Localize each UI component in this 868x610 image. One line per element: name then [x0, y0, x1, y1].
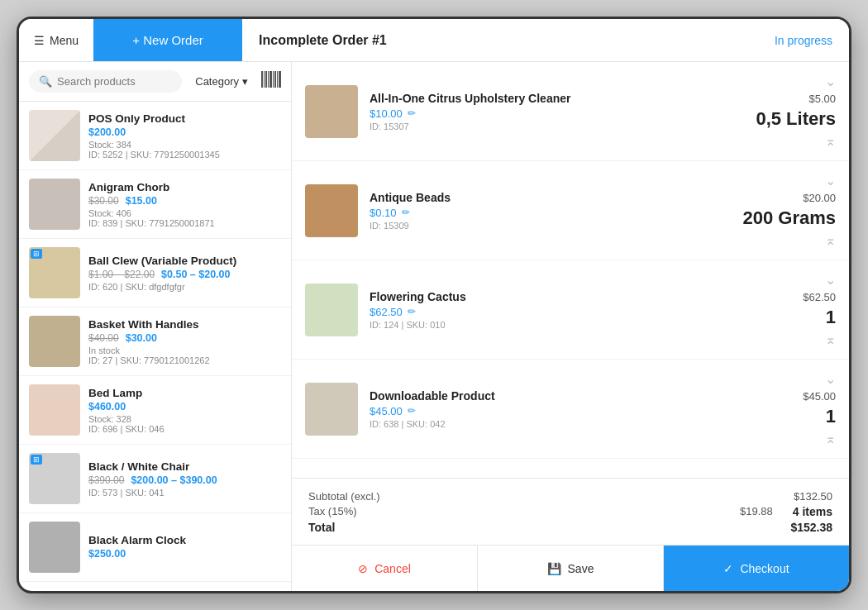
total-value: $152.38 [790, 521, 832, 534]
price-current: $250.00 [88, 548, 126, 560]
product-sku: ID: 696 | SKU: 046 [88, 424, 281, 434]
price-row: $390.00$200.00 – $390.00 [88, 474, 281, 486]
chevron-up-icon[interactable]: ⌄ [825, 371, 836, 387]
item-qty: 1 [826, 307, 836, 328]
order-item-right: ⌄ $5.00 0,5 Liters ⌅ [737, 74, 836, 149]
product-sku: ID: 839 | SKU: 7791250001871 [88, 218, 281, 228]
price-current: $200.00 – $390.00 [131, 474, 217, 486]
product-thumbnail [29, 384, 80, 436]
order-item: All-In-One Citrus Upholstery Cleaner $10… [292, 62, 849, 161]
order-item-right: ⌄ $62.50 1 ⌅ [737, 272, 836, 347]
order-item-info: Flowering Cactus $62.50 ✏ ID: 124 | SKU:… [358, 290, 737, 330]
svg-rect-8 [279, 71, 281, 88]
checkout-label: Checkout [740, 562, 789, 575]
list-item[interactable]: ⊞ Black / White Chair $390.00$200.00 – $… [19, 445, 291, 513]
chevron-up-icon[interactable]: ⌄ [825, 272, 836, 288]
product-thumbnail [29, 179, 80, 230]
cancel-icon: ⊘ [358, 562, 368, 575]
device-frame: ☰ Menu + New Order Incomplete Order #1 I… [17, 17, 851, 593]
edit-icon[interactable]: ✏ [402, 207, 410, 218]
order-item-name: All-In-One Citrus Upholstery Cleaner [370, 92, 737, 105]
items-count: 4 items [793, 505, 832, 518]
price-row: $200.00 [88, 126, 281, 138]
edit-icon[interactable]: ✏ [408, 405, 416, 417]
price-row: $460.00 [88, 401, 281, 412]
subtotal-label: Subtotal (excl.) [308, 490, 380, 503]
save-button[interactable]: 💾 Save [478, 546, 664, 591]
chevron-up-icon[interactable]: ⌄ [825, 74, 836, 89]
product-info: Ball Clew (Variable Product) $1.00 – $22… [80, 255, 281, 292]
chevron-up-icon[interactable]: ⌄ [825, 173, 836, 188]
edit-icon[interactable]: ✏ [408, 306, 416, 317]
product-name: POS Only Product [88, 112, 281, 125]
order-item-price: $0.10 [370, 207, 397, 219]
main-content: 🔍 Category ▾ [19, 62, 849, 591]
svg-rect-1 [264, 71, 265, 88]
chevron-down-icon[interactable]: ⌅ [825, 431, 836, 446]
price-current: $30.00 [126, 332, 157, 344]
new-order-button[interactable]: + New Order [93, 19, 242, 61]
chevron-down-icon[interactable]: ⌅ [825, 133, 836, 149]
subtotal-value: $132.50 [794, 490, 832, 503]
product-stock: Stock: 406 [88, 208, 281, 218]
product-list: POS Only Product $200.00 Stock: 384 ID: … [19, 102, 291, 591]
order-item-price-row: $45.00 ✏ [370, 405, 737, 417]
chevron-down-icon[interactable]: ⌅ [825, 331, 836, 347]
chevron-down-icon[interactable]: ⌅ [825, 232, 836, 248]
cancel-button[interactable]: ⊘ Cancel [292, 546, 478, 591]
variable-badge: ⊞ [31, 455, 42, 465]
total-label: Total [308, 521, 335, 534]
barcode-button[interactable] [261, 71, 281, 92]
product-sku: ID: 5252 | SKU: 7791250001345 [88, 150, 281, 160]
list-item[interactable]: Black Alarm Clock $250.00 [19, 513, 291, 582]
order-item-thumbnail [305, 383, 358, 436]
list-item[interactable]: POS Only Product $200.00 Stock: 384 ID: … [19, 102, 291, 170]
price-original: $1.00 – $22.00 [88, 269, 155, 280]
svg-rect-7 [277, 71, 278, 88]
category-dropdown[interactable]: Category ▾ [188, 72, 255, 91]
svg-rect-0 [261, 71, 263, 88]
total-row: Total $152.38 [308, 521, 832, 534]
order-item-price-row: $62.50 ✏ [370, 306, 737, 318]
product-sku: ID: 620 | SKU: dfgdfgfgr [88, 282, 281, 292]
list-item[interactable]: Basket With Handles $40.00$30.00 In stoc… [19, 307, 291, 376]
price-original: $390.00 [88, 474, 124, 486]
product-name: Black Alarm Clock [88, 534, 281, 546]
order-item-price: $45.00 [370, 405, 403, 417]
svg-rect-4 [269, 71, 272, 88]
tax-right: $19.88 4 items [740, 505, 832, 518]
order-item-id: ID: 15307 [370, 122, 737, 131]
search-input-wrap[interactable]: 🔍 [29, 70, 182, 93]
menu-button[interactable]: ☰ Menu [19, 19, 93, 61]
product-stock: Stock: 328 [88, 414, 281, 424]
list-item[interactable]: Anigram Chorb $30.00$15.00 Stock: 406 ID… [19, 170, 291, 239]
svg-rect-6 [274, 71, 276, 88]
order-item: Flowering Cactus $62.50 ✏ ID: 124 | SKU:… [292, 260, 849, 360]
product-info: Black Alarm Clock $250.00 [80, 534, 281, 561]
edit-icon[interactable]: ✏ [408, 107, 416, 119]
svg-rect-5 [273, 71, 274, 88]
product-name: Ball Clew (Variable Product) [88, 255, 281, 267]
subtotal-row: Subtotal (excl.) $132.50 [308, 490, 832, 503]
tax-value: $19.88 [740, 505, 773, 518]
svg-rect-3 [268, 71, 269, 88]
price-row: $1.00 – $22.00$0.50 – $20.00 [88, 269, 281, 280]
order-item-name: Downloadable Product [370, 389, 737, 403]
variable-badge: ⊞ [31, 249, 42, 259]
menu-icon: ☰ [34, 34, 45, 47]
product-thumbnail: ⊞ [29, 453, 80, 504]
product-name: Bed Lamp [88, 387, 281, 399]
product-thumbnail [29, 522, 80, 573]
product-info: Black / White Chair $390.00$200.00 – $39… [80, 460, 281, 498]
list-item[interactable]: Bed Lamp $460.00 Stock: 328 ID: 696 | SK… [19, 376, 291, 445]
status-badge: In progress [775, 34, 849, 47]
list-item[interactable]: ⊞ Ball Clew (Variable Product) $1.00 – $… [19, 239, 291, 307]
checkout-button[interactable]: ✓ Checkout [664, 546, 849, 591]
search-bar: 🔍 Category ▾ [19, 62, 291, 102]
search-input[interactable] [57, 75, 172, 88]
product-info: Anigram Chorb $30.00$15.00 Stock: 406 ID… [80, 181, 281, 228]
price-row: $40.00$30.00 [88, 332, 281, 344]
footer-actions: ⊘ Cancel 💾 Save ✓ Checkout [292, 545, 849, 591]
menu-label: Menu [50, 34, 79, 47]
item-total: $5.00 [808, 93, 836, 105]
